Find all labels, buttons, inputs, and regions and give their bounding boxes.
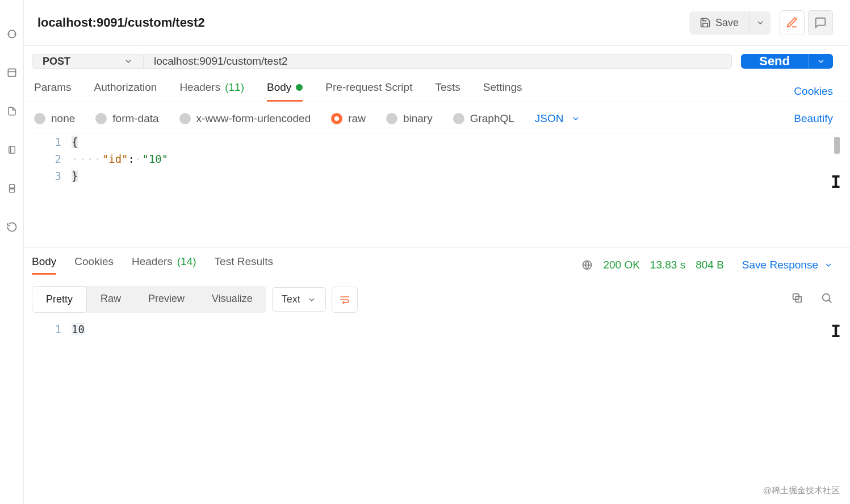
- chevron-down-icon: [124, 57, 133, 66]
- code-space: ·: [135, 153, 142, 165]
- save-button[interactable]: Save: [689, 11, 749, 35]
- rail-icon-5[interactable]: [7, 182, 17, 195]
- chevron-down-icon: [816, 57, 826, 66]
- request-tabs: Params Authorization Headers (11) Body P…: [24, 69, 850, 102]
- body-type-row: none form-data x-www-form-urlencoded raw…: [24, 102, 850, 133]
- response-format-label: Text: [282, 293, 300, 305]
- response-toolbar: Pretty Raw Preview Visualize Text: [24, 275, 850, 321]
- left-rail: [0, 0, 24, 504]
- code-lines[interactable]: { ····"id":·"10" }: [72, 133, 842, 247]
- tab-settings[interactable]: Settings: [483, 81, 522, 102]
- response-format-select[interactable]: Text: [272, 287, 326, 312]
- search-icon: [820, 292, 833, 304]
- url-input[interactable]: localhost:9091/custom/test2: [144, 54, 731, 68]
- body-type-label: raw: [348, 112, 366, 125]
- comments-button[interactable]: [808, 10, 833, 35]
- body-type-binary[interactable]: binary: [386, 112, 433, 125]
- method-url-bar: POST localhost:9091/custom/test2: [32, 54, 732, 69]
- rail-icon-6[interactable]: [6, 220, 18, 234]
- body-type-raw[interactable]: raw: [331, 112, 366, 125]
- topbar: localhost:9091/custom/test2 Save: [24, 0, 850, 46]
- send-options-button[interactable]: [808, 54, 833, 69]
- rail-icon-3[interactable]: [7, 104, 17, 118]
- send-button[interactable]: Send: [741, 54, 808, 69]
- body-type-urlencoded[interactable]: x-www-form-urlencoded: [179, 112, 311, 125]
- svg-rect-1: [8, 69, 15, 76]
- copy-response-button[interactable]: [791, 292, 803, 307]
- body-type-form-data[interactable]: form-data: [95, 112, 158, 125]
- tab-authorization[interactable]: Authorization: [94, 81, 157, 102]
- topbar-right-group: [780, 10, 833, 35]
- body-format-select[interactable]: JSON: [535, 112, 581, 125]
- comment-icon: [814, 16, 827, 29]
- svg-point-8: [823, 294, 830, 301]
- radio-icon: [34, 113, 45, 124]
- tab-body-label: Body: [267, 81, 291, 94]
- code-lines[interactable]: 10: [72, 321, 842, 504]
- beautify-link[interactable]: Beautify: [794, 112, 833, 125]
- request-row: POST localhost:9091/custom/test2 Send: [24, 46, 850, 69]
- status-time: 13.83 s: [650, 259, 685, 271]
- svg-line-9: [829, 300, 832, 303]
- resp-tab-headers[interactable]: Headers (14): [132, 255, 196, 275]
- edit-button[interactable]: [780, 10, 805, 35]
- tab-tests[interactable]: Tests: [435, 81, 460, 102]
- svg-rect-2: [9, 146, 15, 153]
- response-body-editor[interactable]: 1 10 I: [32, 321, 842, 504]
- wrap-lines-button[interactable]: [332, 287, 358, 313]
- code-key: "id": [102, 153, 128, 165]
- rail-icon-4[interactable]: [7, 143, 17, 157]
- cookies-link[interactable]: Cookies: [794, 85, 833, 98]
- body-type-graphql[interactable]: GraphQL: [453, 112, 514, 125]
- chevron-down-icon: [756, 18, 765, 27]
- request-body-editor[interactable]: 1 2 3 { ····"id":·"10" } I: [32, 133, 842, 247]
- body-type-none[interactable]: none: [34, 112, 75, 125]
- method-select[interactable]: POST: [32, 54, 144, 68]
- resp-tab-cookies[interactable]: Cookies: [74, 255, 114, 275]
- editor-scrollbar[interactable]: [834, 137, 840, 154]
- chevron-down-icon: [824, 261, 833, 270]
- line-number: 1: [32, 321, 61, 338]
- globe-icon[interactable]: [581, 259, 593, 271]
- response-panel: Body Cookies Headers (14) Test Results 2…: [24, 247, 850, 504]
- resp-tab-body[interactable]: Body: [32, 255, 56, 275]
- save-options-button[interactable]: [749, 11, 771, 35]
- search-response-button[interactable]: [820, 292, 833, 307]
- code-string: "10": [142, 153, 168, 165]
- tab-body[interactable]: Body: [267, 81, 303, 102]
- editor-cursor-icon: I: [831, 172, 841, 192]
- url-text: localhost:9091/custom/test2: [154, 55, 288, 68]
- rail-icon-2[interactable]: [6, 66, 18, 79]
- line-gutter: 1 2 3: [32, 133, 72, 247]
- request-title: localhost:9091/custom/test2: [37, 15, 680, 30]
- code-brace: }: [72, 170, 78, 182]
- line-number: 2: [32, 150, 61, 167]
- tab-prerequest[interactable]: Pre-request Script: [325, 81, 412, 102]
- rail-icon-1[interactable]: [6, 27, 18, 41]
- status-size: 804 B: [696, 259, 724, 271]
- tab-params[interactable]: Params: [34, 81, 71, 102]
- tab-headers[interactable]: Headers (11): [179, 81, 244, 102]
- view-preview[interactable]: Preview: [135, 286, 198, 313]
- radio-icon: [179, 113, 191, 124]
- save-response-button[interactable]: Save Response: [742, 259, 833, 271]
- tab-headers-count: (11): [225, 81, 244, 94]
- radio-icon: [386, 113, 397, 124]
- send-button-group: Send: [741, 54, 833, 69]
- chevron-down-icon: [307, 295, 316, 304]
- resp-tab-test-results[interactable]: Test Results: [215, 255, 273, 275]
- watermark: @稀土掘金技术社区: [763, 485, 840, 496]
- body-type-label: none: [51, 112, 75, 125]
- save-label: Save: [715, 17, 739, 29]
- code-editor[interactable]: 1 2 3 { ····"id":·"10" }: [32, 133, 842, 247]
- wrap-icon: [338, 294, 351, 305]
- view-raw[interactable]: Raw: [87, 286, 135, 313]
- tab-headers-label: Headers: [179, 81, 220, 94]
- view-pretty[interactable]: Pretty: [32, 286, 87, 313]
- svg-rect-4: [9, 189, 14, 192]
- response-tabs: Body Cookies Headers (14) Test Results 2…: [24, 247, 850, 275]
- view-visualize[interactable]: Visualize: [198, 286, 266, 313]
- body-type-label: x-www-form-urlencoded: [196, 112, 311, 125]
- line-number: 3: [32, 167, 61, 184]
- radio-selected-icon: [331, 113, 342, 124]
